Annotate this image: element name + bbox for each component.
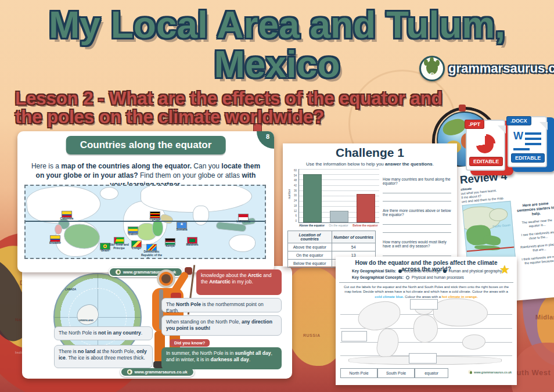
climate-worksheet: How do the equator and the poles affect …: [336, 257, 517, 385]
paste-box-north-pole: [410, 299, 438, 310]
question: How many countries would most likely hav…: [383, 240, 451, 248]
background-map-uk-red: [511, 343, 554, 392]
background-label: Midlands: [535, 314, 554, 321]
y-tick: 60: [294, 169, 297, 172]
sentence-starter: I see the rainforests are close to the..…: [518, 230, 554, 242]
challenge-subtitle: Use the information below to help you an…: [283, 161, 457, 167]
category-label: Below the equator: [352, 224, 378, 228]
locational-knowledge-icon: [398, 269, 402, 273]
equator-world-map: Colombia Ecuador Brazil Gabon São Tomé a…: [24, 185, 266, 259]
concepts-label: Key Geographical Concepts:: [352, 275, 404, 279]
flag-uganda: Uganda: [150, 211, 160, 218]
table-cell: On the equator: [288, 251, 332, 260]
table-cell: Below the equator: [288, 260, 332, 268]
ppt-file-badge: EDITABLE .PPT: [466, 115, 511, 172]
logo-letter: G: [421, 71, 443, 78]
slide-number-tab: 8: [257, 131, 274, 149]
flag-congo: Congo: [131, 240, 142, 247]
concept-item: Physical and human processes: [412, 275, 464, 279]
y-tick: 12: [294, 210, 297, 213]
table-cell: 54: [332, 243, 376, 251]
logo-text: grammarsaurus.co.uk: [448, 61, 554, 76]
background-label: RUSSIA: [303, 333, 320, 337]
question: How many countries are found along the e…: [383, 177, 451, 185]
y-tick: 18: [294, 204, 297, 207]
human-physical-geography-icon: [443, 269, 447, 273]
paste-box-south-pole: [409, 353, 437, 364]
flag-indonesia: Indonesia: [238, 214, 249, 221]
fact-box-ice: There is no land at the North Pole, only…: [54, 345, 153, 368]
table-cell: Above the equator: [288, 243, 332, 251]
bar-plot: [298, 169, 379, 223]
fact-box-sunlight: In summer, the North Pole is in sunlight…: [161, 347, 282, 369]
bar-above-equator: [303, 174, 322, 222]
bar-on-equator: [330, 211, 348, 222]
fact-box-country: The North Pole is not in any country.: [54, 326, 153, 340]
flag-somalia: Somalia: [177, 222, 187, 229]
map-label-canada: CANADA: [65, 288, 77, 291]
challenge-questions: How many countries are found along the e…: [383, 177, 451, 265]
grammarsaurus-url: www.grammarsaurus.co.uk: [468, 370, 512, 374]
answer-line: [383, 249, 451, 256]
table-header: Location of countries: [288, 231, 332, 243]
sentence-starter: Rainforests grow in places that are...: [519, 242, 554, 254]
page-title-line1: My Local Area and Tulum,: [0, 7, 554, 44]
flag-sao-tome-and-principe: São Tomé and Príncipe: [114, 237, 124, 244]
review-helper-title: Here are some sentences starters to help…: [516, 200, 554, 218]
answer-line: [383, 186, 451, 193]
skill-item: Human and physical geography: [449, 269, 502, 273]
paste-box-equator: [341, 331, 367, 341]
flag-democratic-republic-of-the-congo: Democratic Republic of the Congo: [146, 244, 157, 251]
ppt-editable-label: EDITABLE: [469, 157, 503, 166]
logo-footprint-icon: G: [419, 56, 445, 81]
fact-box-south: When standing on the North Pole, any dir…: [161, 315, 282, 336]
docx-extension-tab: .DOCX: [506, 116, 531, 125]
skill-item: Locational knowledge: [404, 269, 441, 273]
worksheet-instructions: Cut out the labels for the equator and t…: [341, 285, 511, 299]
y-axis-ticks: 60544842363024181260: [290, 169, 297, 222]
challenge-title: Challenge 1: [283, 146, 457, 160]
review-sentence-starters: Here are some sentences starters to help…: [516, 200, 554, 269]
sentence-starter: The weather near the equator is...: [517, 218, 554, 229]
challenge-sheet: Challenge 1 Use the information below to…: [283, 143, 457, 267]
y-tick: 30: [294, 194, 297, 197]
cutout-label-south-pole: South Pole: [377, 368, 415, 378]
review-ocean-label: Pacific Ocean: [492, 224, 510, 228]
divider: [339, 282, 513, 283]
north-pole-slide: CANADA GREENLAND knowledge about the Arc…: [22, 266, 292, 379]
did-you-know-tag: Did you know?: [170, 339, 210, 347]
lesson-subtitle-line1: Lesson 2 - What are the effects of the e…: [15, 89, 443, 107]
answer-line: [383, 218, 451, 225]
x-axis-categories: Above the equator On the equator Below t…: [298, 224, 379, 228]
explorer-speech-box: knowledge about the Arctic and the Antar…: [196, 269, 282, 295]
star-icon: ★: [499, 262, 510, 276]
pie-chart-icon: [476, 136, 494, 153]
footprint-icon: [468, 370, 472, 374]
flag-ecuador: Ecuador: [50, 235, 60, 242]
url-text: www.grammarsaurus.co.uk: [474, 371, 512, 374]
review-asia-map: Pacific Ocean: [462, 201, 516, 264]
cutout-label-equator: equator: [415, 368, 448, 378]
skills-label: Key Geographical Skills:: [352, 269, 396, 273]
poster: Durango Victoria Durango Nayarit Jalisco…: [0, 0, 554, 392]
bar-chart: number 60544842363024181260 Above the eq…: [289, 169, 382, 238]
flag-gabon: Gabon: [128, 226, 138, 233]
word-lines-icon: [525, 132, 541, 135]
y-tick: 36: [294, 189, 297, 192]
table-header: Number of countries: [332, 231, 376, 243]
map-label-greenland: GREENLAND: [78, 319, 93, 322]
equator-slide: 8 Countries along the equator Here is a …: [17, 131, 274, 272]
y-tick: 6: [295, 214, 297, 217]
footprint-icon: [127, 369, 132, 375]
sentence-starter: I think rainforests are near the equator…: [520, 254, 554, 265]
bar-below-equator: [357, 194, 375, 222]
word-w-icon: W: [513, 130, 523, 142]
answer-line: [383, 226, 451, 233]
y-tick: 24: [294, 199, 297, 202]
concepts-line: Key Geographical Concepts: Physical and …: [352, 275, 464, 279]
docx-editable-label: EDITABLE: [511, 153, 545, 163]
lesson-subtitle-line2: the poles on the climate worldwide?: [15, 108, 324, 126]
footprint-icon: [116, 269, 121, 275]
worksheet-world-map: [340, 299, 512, 365]
category-label: On the equator: [326, 224, 351, 228]
